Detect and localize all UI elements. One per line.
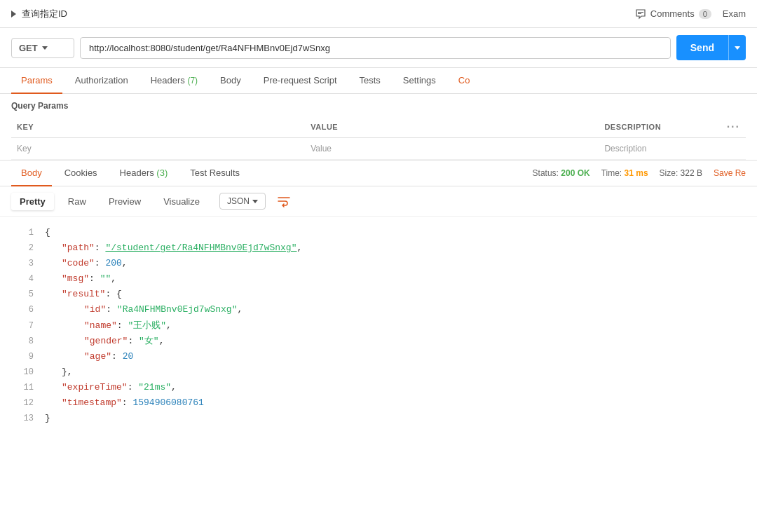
json-line-3: 3 "code": 200,	[0, 256, 757, 271]
url-input[interactable]	[80, 37, 671, 59]
params-table: KEY VALUE DESCRIPTION ··· Key Value Desc…	[11, 116, 746, 160]
status-value: 200 OK	[561, 168, 589, 178]
comments-button[interactable]: Comments 0	[635, 8, 711, 20]
tab-prerequest[interactable]: Pre-request Script	[254, 68, 347, 94]
resp-tab-test-results[interactable]: Test Results	[180, 161, 250, 186]
tab-body-label: Body	[220, 75, 241, 86]
json-line-5: 5 "result": {	[0, 287, 757, 302]
method-label: GET	[19, 43, 38, 53]
tab-co-label: Co	[458, 75, 470, 86]
resp-tab-cookies[interactable]: Cookies	[55, 161, 107, 186]
tab-prerequest-label: Pre-request Script	[264, 75, 337, 86]
json-line-6: 6 "id": "Ra4NFHMBnv0Ejd7wSnxg",	[0, 302, 757, 318]
top-bar-left: 查询指定ID	[11, 8, 67, 20]
col-key: KEY	[11, 116, 305, 138]
tab-tests[interactable]: Tests	[350, 68, 390, 94]
tab-params-label: Params	[21, 75, 53, 86]
format-pretty[interactable]: Pretty	[11, 193, 54, 210]
top-bar: 查询指定ID Comments 0 Exam	[0, 0, 757, 28]
top-bar-right: Comments 0 Exam	[635, 8, 746, 20]
response-tabs: Body Cookies Headers (3) Test Results	[11, 161, 250, 186]
json-line-2: 2 "path": "/student/get/Ra4NFHMBnv0Ejd7w…	[0, 240, 757, 256]
tab-headers-label: Headers (7)	[151, 75, 198, 86]
json-content: 1 { 2 "path": "/student/get/Ra4NFHMBnv0E…	[0, 217, 757, 505]
response-tabs-bar: Body Cookies Headers (3) Test Results St…	[0, 161, 757, 186]
query-params-section: Query Params KEY VALUE DESCRIPTION ··· K…	[0, 94, 757, 160]
tab-params[interactable]: Params	[11, 68, 62, 94]
tab-body[interactable]: Body	[210, 68, 251, 94]
json-line-8: 8 "gender": "女",	[0, 334, 757, 349]
response-meta: Status: 200 OK Time: 31 ms Size: 322 B S…	[533, 168, 746, 178]
resp-tab-headers[interactable]: Headers (3)	[110, 161, 178, 186]
tab-tests-label: Tests	[360, 75, 381, 86]
comments-label: Comments	[650, 8, 695, 19]
comments-icon	[635, 8, 646, 20]
url-bar: GET Send	[0, 28, 757, 68]
size-label: Size: 322 B	[660, 168, 702, 178]
send-button[interactable]: Send	[676, 35, 746, 60]
json-line-9: 9 "age": 20	[0, 349, 757, 364]
desc-placeholder[interactable]: Description	[599, 138, 709, 160]
json-line-4: 4 "msg": "",	[0, 271, 757, 287]
status-label: Status: 200 OK	[533, 168, 590, 178]
format-bar: Pretty Raw Preview Visualize JSON	[0, 186, 757, 217]
json-line-10: 10 },	[0, 364, 757, 380]
exam-label[interactable]: Exam	[723, 8, 746, 19]
method-select[interactable]: GET	[11, 38, 74, 58]
svg-rect-1	[638, 13, 641, 14]
query-params-title: Query Params	[11, 101, 746, 111]
params-empty-row: Key Value Description	[11, 138, 746, 160]
send-label: Send	[676, 35, 728, 60]
tab-authorization[interactable]: Authorization	[65, 68, 138, 94]
json-format-label: JSON	[227, 196, 250, 206]
svg-rect-0	[638, 12, 643, 13]
json-line-11: 11 "expireTime": "21ms",	[0, 380, 757, 395]
comments-count: 0	[699, 9, 711, 19]
json-line-13: 13 }	[0, 411, 757, 426]
format-raw[interactable]: Raw	[60, 193, 95, 210]
tab-settings[interactable]: Settings	[393, 68, 446, 94]
save-response-button[interactable]: Save Re	[714, 168, 746, 178]
key-placeholder[interactable]: Key	[11, 138, 305, 160]
json-line-12: 12 "timestamp": 1594906080761	[0, 395, 757, 411]
size-value: 322 B	[681, 168, 702, 178]
expand-icon[interactable]	[11, 11, 16, 18]
tab-authorization-label: Authorization	[75, 75, 128, 86]
response-section: Body Cookies Headers (3) Test Results St…	[0, 160, 757, 505]
time-value: 31 ms	[625, 168, 648, 178]
col-value: VALUE	[305, 116, 599, 138]
time-label: Time: 31 ms	[601, 168, 648, 178]
resp-tab-body[interactable]: Body	[11, 161, 52, 186]
send-dropdown-arrow[interactable]	[728, 35, 746, 60]
send-chevron-icon	[735, 46, 740, 50]
json-line-7: 7 "name": "王小贱",	[0, 318, 757, 334]
method-chevron	[42, 46, 48, 50]
col-description: DESCRIPTION	[599, 116, 709, 138]
format-preview[interactable]: Preview	[100, 193, 149, 210]
tab-headers[interactable]: Headers (7)	[141, 68, 207, 94]
tab-settings-label: Settings	[403, 75, 436, 86]
tab-co[interactable]: Co	[449, 68, 480, 94]
request-tabs: Params Authorization Headers (7) Body Pr…	[0, 68, 757, 94]
json-line-1: 1 {	[0, 225, 757, 240]
json-format-selector[interactable]: JSON	[219, 193, 266, 210]
more-options[interactable]: ···	[709, 116, 746, 138]
wrap-lines-icon[interactable]	[271, 192, 296, 210]
format-visualize[interactable]: Visualize	[155, 193, 208, 210]
value-placeholder[interactable]: Value	[305, 138, 599, 160]
json-chevron-icon	[252, 200, 258, 203]
page-title: 查询指定ID	[22, 8, 67, 20]
